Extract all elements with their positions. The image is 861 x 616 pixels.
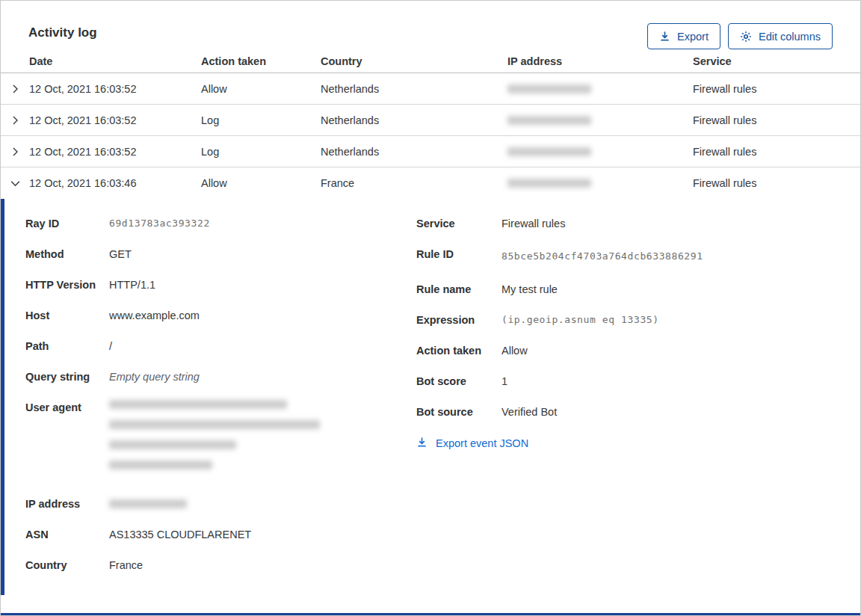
field-service: Service Firewall rules (416, 216, 860, 231)
cell-date: 12 Oct, 2021 16:03:52 (29, 146, 201, 158)
field-rule-name: Rule name My test rule (416, 282, 860, 297)
field-ray-id: Ray ID 69d13783ac393322 (25, 216, 416, 231)
ip-address-redacted (109, 496, 187, 511)
field-user-agent: User agent (25, 400, 416, 481)
table-row-expanded[interactable]: 12 Oct, 2021 16:03:46 Allow France Firew… (1, 167, 860, 199)
field-rule-id: Rule ID 85bce5b204cf4703a764dcb633886291 (416, 247, 860, 266)
cell-date: 12 Oct, 2021 16:03:46 (29, 177, 201, 189)
cell-service: Firewall rules (693, 114, 860, 126)
user-agent-redacted (109, 400, 320, 481)
chevron-right-icon[interactable] (1, 84, 29, 94)
event-detail-panel: Ray ID 69d13783ac393322 Method GET HTTP … (1, 199, 860, 595)
page-title: Activity log (28, 23, 97, 40)
toolbar: Export Edit columns (647, 23, 833, 49)
export-button-label: Export (677, 31, 709, 43)
field-host: Host www.example.com (25, 308, 416, 323)
cell-action-taken: Allow (201, 177, 321, 189)
cell-country: France (321, 177, 507, 189)
field-http-version: HTTP Version HTTP/1.1 (25, 277, 416, 292)
cell-action-taken: Log (201, 146, 321, 158)
field-asn: ASN AS13335 CLOUDFLARENET (25, 527, 416, 542)
export-event-json-link[interactable]: Export event JSON (416, 437, 528, 450)
field-ip-address: IP address (25, 496, 416, 511)
column-header-ip-address[interactable]: IP address (507, 55, 693, 67)
cell-country: Netherlands (321, 146, 507, 158)
export-button[interactable]: Export (647, 23, 720, 49)
field-method: Method GET (25, 247, 416, 262)
cell-country: Netherlands (321, 114, 507, 126)
field-country: Country France (25, 558, 416, 573)
edit-columns-button[interactable]: Edit columns (728, 23, 833, 49)
download-icon (659, 31, 670, 42)
download-icon (416, 437, 428, 450)
chevron-right-icon[interactable] (1, 147, 29, 157)
field-path: Path / (25, 339, 416, 354)
header: Activity log Export Edit columns (1, 1, 860, 49)
cell-ip-address-redacted (507, 116, 693, 125)
cell-ip-address-redacted (507, 179, 693, 188)
field-action-taken: Action taken Allow (416, 343, 860, 358)
cell-service: Firewall rules (693, 83, 860, 95)
column-header-service[interactable]: Service (693, 55, 860, 67)
table-row[interactable]: 12 Oct, 2021 16:03:52 Log Netherlands Fi… (1, 105, 860, 136)
column-header-action-taken[interactable]: Action taken (201, 55, 321, 67)
cell-ip-address-redacted (507, 147, 693, 156)
gear-icon (740, 31, 752, 43)
cell-date: 12 Oct, 2021 16:03:52 (29, 83, 201, 95)
cell-action-taken: Log (201, 114, 321, 126)
field-bot-source: Bot source Verified Bot (416, 404, 860, 419)
cell-service: Firewall rules (693, 146, 860, 158)
chevron-right-icon[interactable] (1, 115, 29, 126)
field-expression: Expression (ip.geoip.asnum eq 13335) (416, 312, 860, 327)
table-header: Date Action taken Country IP address Ser… (1, 49, 860, 73)
cell-ip-address-redacted (507, 84, 693, 93)
cell-action-taken: Allow (201, 83, 321, 95)
activity-log-panel: Activity log Export Edit columns (0, 0, 861, 616)
cell-service: Firewall rules (693, 177, 860, 189)
column-header-date[interactable]: Date (29, 55, 201, 67)
chevron-down-icon[interactable] (1, 178, 29, 189)
cell-date: 12 Oct, 2021 16:03:52 (29, 114, 201, 126)
detail-right-column: Service Firewall rules Rule ID 85bce5b20… (416, 216, 860, 595)
field-bot-score: Bot score 1 (416, 374, 860, 389)
export-event-json-label: Export event JSON (436, 437, 528, 449)
field-query-string: Query string Empty query string (25, 369, 416, 384)
column-header-country[interactable]: Country (321, 55, 507, 67)
panel-bottom-accent-bar (1, 613, 860, 615)
table-row[interactable]: 12 Oct, 2021 16:03:52 Log Netherlands Fi… (1, 136, 860, 167)
edit-columns-button-label: Edit columns (759, 31, 821, 43)
detail-left-column: Ray ID 69d13783ac393322 Method GET HTTP … (25, 216, 416, 595)
cell-country: Netherlands (321, 83, 507, 95)
table-row[interactable]: 12 Oct, 2021 16:03:52 Allow Netherlands … (1, 73, 860, 105)
